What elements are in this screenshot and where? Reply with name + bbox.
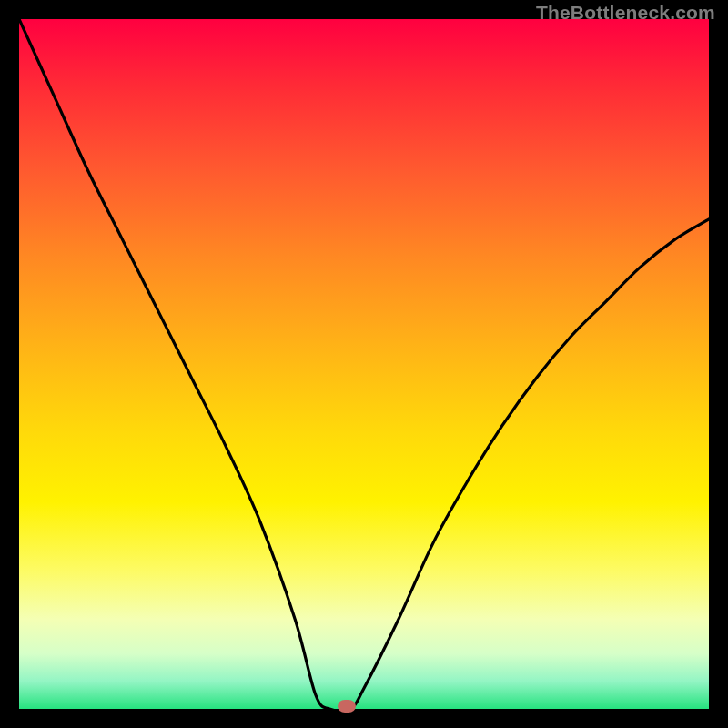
optimum-marker [338, 700, 356, 713]
watermark-text: TheBottleneck.com [536, 2, 715, 24]
bottleneck-curve-path [19, 19, 709, 709]
bottleneck-curve-svg [19, 19, 709, 709]
chart-frame: TheBottleneck.com [0, 0, 728, 728]
